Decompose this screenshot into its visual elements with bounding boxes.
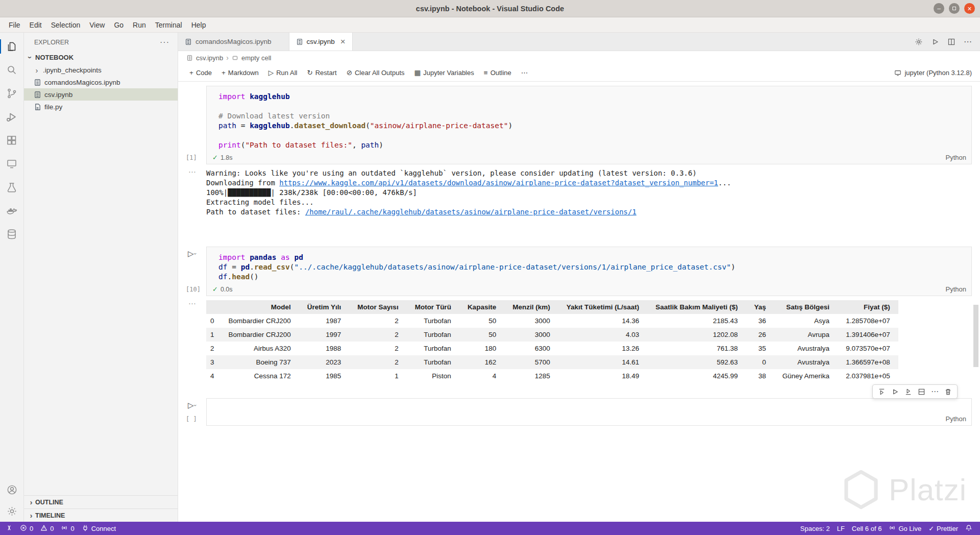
output-gutter: ··· xyxy=(184,300,206,383)
file-item-file.py[interactable]: file.py xyxy=(24,101,178,113)
indentation-status[interactable]: Spaces: 2 xyxy=(797,522,834,535)
run-all-button[interactable]: ▷Run All xyxy=(264,67,302,79)
output-line: Path to dataset files: /home/raul/.cache… xyxy=(206,207,972,217)
file-item-comandosMagicos.ipynb[interactable]: comandosMagicos.ipynb xyxy=(24,76,178,88)
split-editor-icon[interactable] xyxy=(947,38,955,46)
cell-language[interactable]: Python xyxy=(946,285,966,293)
run-all-icon: ▷ xyxy=(268,69,274,77)
maximize-button[interactable] xyxy=(949,3,960,14)
vscode-window: csv.ipynb - Notebook - Visual Studio Cod… xyxy=(0,0,980,535)
ports-count[interactable]: 0 xyxy=(57,522,78,535)
close-icon[interactable]: × xyxy=(340,37,346,46)
tab-comandosMagicos.ipynb[interactable]: comandosMagicos.ipynb× xyxy=(178,33,289,51)
close-button[interactable]: × xyxy=(964,3,975,14)
empty-cell-area[interactable] xyxy=(207,399,971,412)
column-header: Kapasite xyxy=(459,300,504,314)
collapse-output-button[interactable]: ··· xyxy=(184,168,206,175)
clear-icon: ⊘ xyxy=(347,69,352,77)
prettier-status[interactable]: ✓Prettier xyxy=(925,522,962,535)
menu-help[interactable]: Help xyxy=(187,19,211,31)
run-all-icon[interactable] xyxy=(931,38,939,46)
eol-status[interactable]: LF xyxy=(834,522,848,535)
output-link[interactable]: https://www.kaggle.com/api/v1/datasets/d… xyxy=(279,179,718,187)
kernel-picker[interactable]: jupyter (Python 3.12.8) xyxy=(894,69,972,77)
tab-csv.ipynb[interactable]: csv.ipynb× xyxy=(289,33,353,51)
file-name: csv.ipynb xyxy=(44,91,72,99)
menu-go[interactable]: Go xyxy=(109,19,128,31)
breadcrumb-cell[interactable]: empty cell xyxy=(241,54,272,62)
split-cell-icon[interactable] xyxy=(916,386,927,397)
menu-selection[interactable]: Selection xyxy=(46,19,85,31)
notebook-section-header[interactable]: › NOTEBOOK xyxy=(24,51,178,64)
accounts-button[interactable] xyxy=(0,479,23,500)
errors-count[interactable]: 0 xyxy=(16,522,37,535)
execute-cell-icon[interactable] xyxy=(889,386,901,397)
folder-item-.ipynb_checkpoints[interactable]: ›.ipynb_checkpoints xyxy=(24,64,178,76)
activity-remote-explorer[interactable] xyxy=(0,152,23,176)
activity-testing[interactable] xyxy=(0,176,23,199)
notifications-bell[interactable] xyxy=(962,522,976,535)
run-cell-button[interactable]: ▷› xyxy=(184,247,206,257)
cell-value: Avrupa xyxy=(774,328,838,342)
cell-code[interactable]: import kagglehub # Download latest versi… xyxy=(207,86,971,151)
restart-button[interactable]: ↻Restart xyxy=(303,67,340,79)
activity-search[interactable] xyxy=(0,58,23,82)
menu-terminal[interactable]: Terminal xyxy=(151,19,187,31)
cell-position-status[interactable]: Cell 6 of 6 xyxy=(848,522,886,535)
activity-database[interactable] xyxy=(0,223,23,246)
markdown-button[interactable]: +Markdown xyxy=(217,67,263,79)
more-actions-icon[interactable]: ⋯ xyxy=(929,386,941,397)
menu-run[interactable]: Run xyxy=(128,19,151,31)
variables-icon: ▦ xyxy=(414,69,421,77)
code-token: ... xyxy=(718,179,731,187)
delete-cell-icon[interactable] xyxy=(942,386,954,397)
collapse-output-button[interactable]: ··· xyxy=(184,300,206,306)
cell-code[interactable]: import pandas as pddf = pd.read_csv("../… xyxy=(207,247,971,283)
go-live-button[interactable]: Go Live xyxy=(885,522,925,535)
connect-button[interactable]: Connect xyxy=(78,522,119,535)
search-icon xyxy=(6,64,18,76)
activity-run-debug[interactable] xyxy=(0,105,23,129)
table-row: 3Boeing 73720232Turbofan162570014.61592.… xyxy=(206,355,898,369)
more-actions-button[interactable]: ⋯ xyxy=(517,67,532,79)
cell-value: 38 xyxy=(746,369,774,383)
explorer-more-actions[interactable]: ··· xyxy=(160,38,169,47)
section-timeline[interactable]: ›TIMELINE xyxy=(24,508,178,522)
warnings-count[interactable]: 0 xyxy=(37,522,57,535)
database-icon xyxy=(6,228,18,240)
output-link[interactable]: /home/raul/.cache/kagglehub/datasets/asi… xyxy=(305,208,636,216)
activity-docker[interactable] xyxy=(0,199,23,223)
settings-button[interactable] xyxy=(0,500,23,522)
configure-layout-icon[interactable] xyxy=(915,38,923,46)
code-button[interactable]: +Code xyxy=(185,67,216,79)
minimize-button[interactable]: – xyxy=(934,3,944,14)
clear-all-outputs-button[interactable]: ⊘Clear All Outputs xyxy=(342,67,409,79)
section-outline[interactable]: ›OUTLINE xyxy=(24,495,178,508)
execute-below-icon[interactable] xyxy=(902,386,914,397)
more-actions-icon[interactable]: ⋯ xyxy=(964,37,972,46)
cell-status-bar: Python xyxy=(207,412,971,425)
cell-value: 3000 xyxy=(504,314,558,328)
file-item-csv.ipynb[interactable]: csv.ipynb xyxy=(24,88,178,101)
outline-button[interactable]: ≡Outline xyxy=(480,67,516,79)
cell-language[interactable]: Python xyxy=(946,415,966,423)
run-cell-button[interactable]: ▷› xyxy=(184,398,206,409)
cell-output: ···Warning: Looks like you're using an o… xyxy=(184,168,972,217)
remote-indicator[interactable] xyxy=(2,522,16,535)
cell-language[interactable]: Python xyxy=(946,154,966,161)
activity-explorer[interactable] xyxy=(0,35,23,58)
cell-editor[interactable]: import kagglehub # Download latest versi… xyxy=(206,86,972,164)
menu-view[interactable]: View xyxy=(85,19,109,31)
window-title: csv.ipynb - Notebook - Visual Studio Cod… xyxy=(416,5,564,13)
jupyter-variables-button[interactable]: ▦Jupyter Variables xyxy=(410,67,478,79)
gear-icon xyxy=(6,505,18,517)
activity-source-control[interactable] xyxy=(0,82,23,105)
cell-editor[interactable]: import pandas as pddf = pd.read_csv("../… xyxy=(206,247,972,296)
activity-extensions[interactable] xyxy=(0,129,23,152)
breadcrumb-file[interactable]: csv.ipynb xyxy=(196,54,223,62)
menu-edit[interactable]: Edit xyxy=(25,19,46,31)
execute-above-icon[interactable] xyxy=(876,386,888,397)
cell-editor[interactable]: Python xyxy=(206,398,972,426)
menu-file[interactable]: File xyxy=(4,19,25,31)
scrollbar-thumb[interactable] xyxy=(973,305,978,367)
